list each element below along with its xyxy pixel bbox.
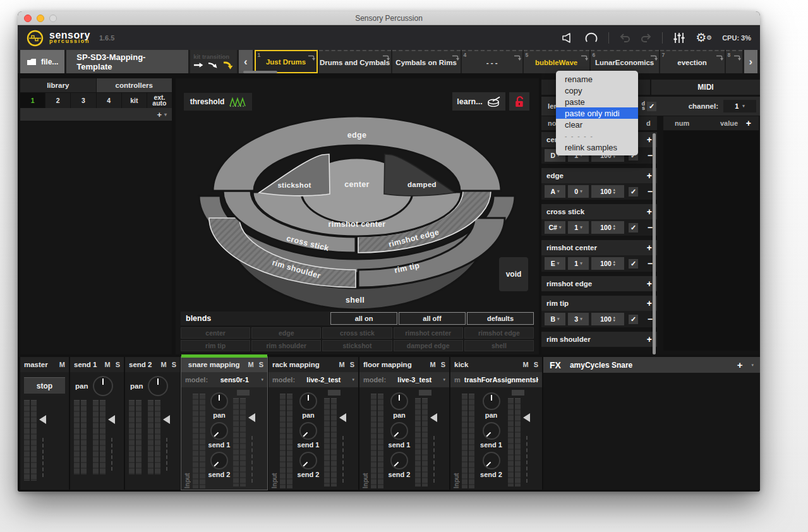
zone-add-note-button[interactable]: + [647, 334, 652, 344]
sidebar-slot-2[interactable]: 2 [45, 93, 70, 108]
send-1-knob[interactable] [390, 422, 408, 440]
context-menu-item-relink-samples[interactable]: relink samples [556, 142, 638, 153]
fx-add-button[interactable]: + [737, 360, 743, 370]
transition-curve-arrow-icon[interactable] [208, 61, 219, 70]
blends-defaults-button[interactable]: defaults [467, 312, 534, 325]
zoom-window-button[interactable] [49, 15, 57, 22]
note-select[interactable]: A▾ [545, 185, 565, 198]
library-add-button[interactable]: +▾ [20, 108, 172, 121]
sidebar-slot-ext-auto[interactable]: ext. auto [147, 93, 172, 108]
kit-tab-slot-8[interactable]: 8 [726, 50, 742, 73]
volume-fader-handle[interactable] [163, 415, 170, 424]
sidebar-slot-3[interactable]: 3 [71, 93, 95, 108]
blends-all-on-button[interactable]: all on [330, 312, 397, 325]
context-menu-item-clear[interactable]: clear [556, 119, 638, 130]
pan-knob[interactable] [483, 392, 500, 410]
kit-tab-evection[interactable]: 7evection [660, 50, 725, 73]
kit-tab-lunareconomics[interactable]: 6LunarEconomics [591, 50, 659, 73]
kits-scroll-left-button[interactable]: ‹ [239, 50, 252, 73]
close-window-button[interactable] [24, 15, 32, 22]
library-list-area[interactable] [20, 122, 172, 354]
octave-select[interactable]: 0▾ [568, 185, 589, 198]
pan-knob[interactable] [148, 376, 168, 396]
tab-midi[interactable]: MIDI [651, 80, 760, 95]
blend-toggle-stickshot[interactable]: stickshot [322, 340, 392, 351]
kit-transition-control[interactable]: kit transition [190, 50, 237, 73]
zone-list-scrollbar[interactable] [653, 133, 656, 354]
zone-add-note-button[interactable]: + [647, 171, 652, 181]
context-menu-item-rename[interactable]: rename [556, 73, 638, 85]
send-1-knob[interactable] [299, 422, 317, 440]
blend-toggle-center[interactable]: center [181, 327, 250, 339]
octave-select[interactable]: 1▾ [568, 221, 589, 234]
zone-add-note-button[interactable]: + [647, 279, 652, 289]
void-zone-button[interactable]: void [499, 257, 528, 291]
blend-toggle-rimshot-edge[interactable]: rimshot edge [464, 327, 534, 339]
kit-tab-bubblewave[interactable]: 5bubbleWave [524, 50, 589, 73]
note-select[interactable]: E▾ [545, 257, 565, 270]
redo-icon[interactable] [641, 33, 652, 43]
tab-library[interactable]: library [20, 78, 96, 92]
zone-send-checkbox[interactable]: ✓ [629, 223, 638, 233]
velocity-stepper[interactable]: 100▴▾ [591, 313, 624, 325]
mute-button[interactable]: M [59, 361, 65, 368]
note-select[interactable]: B▾ [545, 313, 565, 325]
solo-button[interactable]: S [259, 361, 263, 368]
blend-toggle-edge[interactable]: edge [251, 327, 321, 339]
kit-tab-just-drums[interactable]: 1Just Drums [255, 50, 318, 73]
volume-fader-handle[interactable] [39, 415, 46, 424]
octave-select[interactable]: 1▾ [568, 257, 589, 270]
zone-add-note-button[interactable]: + [647, 207, 652, 217]
volume-fader-handle[interactable] [430, 413, 437, 422]
pan-knob[interactable] [93, 376, 113, 396]
tab-controllers[interactable]: controllers [97, 78, 172, 92]
pan-knob[interactable] [299, 392, 317, 410]
zone-add-note-button[interactable]: + [647, 298, 652, 308]
kits-scroll-right-button[interactable]: › [744, 50, 757, 73]
volume-fader-handle[interactable] [108, 415, 115, 424]
send-notes-checkbox[interactable]: ✓ [647, 102, 656, 111]
send-2-knob[interactable] [390, 452, 408, 469]
sidebar-slot-1[interactable]: 1 [20, 93, 45, 108]
zone-add-note-button[interactable]: + [647, 243, 652, 253]
send-1-knob[interactable] [210, 422, 228, 440]
speaker-icon[interactable] [562, 32, 574, 44]
blend-toggle-rim-shoulder[interactable]: rim shoulder [251, 340, 321, 351]
pan-knob[interactable] [390, 392, 408, 410]
context-menu-item-copy[interactable]: copy [556, 85, 638, 96]
minimize-window-button[interactable] [37, 15, 44, 22]
mute-button[interactable]: M [339, 361, 344, 368]
metronome-loop-icon[interactable] [584, 32, 598, 44]
sidebar-slot-4[interactable]: 4 [97, 93, 121, 108]
cc-add-button[interactable]: + [746, 118, 759, 128]
pan-knob[interactable] [210, 392, 228, 410]
send-2-knob[interactable] [210, 452, 228, 469]
blend-toggle-shell[interactable]: shell [464, 340, 534, 351]
solo-button[interactable]: S [534, 361, 538, 368]
zone-add-note-button[interactable]: + [647, 135, 652, 145]
sidebar-slot-kit[interactable]: kit [122, 93, 147, 108]
velocity-stepper[interactable]: 100▴▾ [591, 257, 624, 270]
blend-toggle-cross-stick[interactable]: cross stick [322, 327, 392, 339]
blend-toggle-rimshot-center[interactable]: rimshot center [394, 327, 463, 339]
file-menu-button[interactable]: file... [20, 50, 64, 73]
velocity-stepper[interactable]: 100▴▾ [591, 221, 624, 234]
transition-curve-down-arrow-icon[interactable] [223, 61, 234, 70]
template-name-button[interactable]: SP-SD3-Mapping-Template [66, 50, 188, 73]
volume-fader-handle[interactable] [248, 413, 255, 422]
mute-button[interactable]: M [248, 361, 253, 368]
mute-button[interactable]: M [430, 361, 435, 368]
zone-send-checkbox[interactable]: ✓ [629, 259, 638, 269]
mute-button[interactable]: M [522, 361, 528, 368]
zone-send-checkbox[interactable]: ✓ [629, 187, 638, 196]
octave-select[interactable]: 3▾ [568, 313, 589, 325]
kit-tab-cymbals-on-rims[interactable]: Cymbals on Rims [392, 50, 461, 73]
zone-send-checkbox[interactable]: ✓ [629, 315, 638, 324]
solo-button[interactable]: S [441, 361, 445, 368]
fx-body[interactable] [543, 373, 760, 490]
mute-button[interactable]: M [160, 361, 166, 368]
context-menu-item-paste[interactable]: paste [556, 96, 638, 107]
blend-toggle-rim-tip[interactable]: rim tip [181, 340, 250, 351]
velocity-stepper[interactable]: 100▴▾ [591, 185, 624, 198]
blend-toggle-damped-edge[interactable]: damped edge [394, 340, 463, 351]
